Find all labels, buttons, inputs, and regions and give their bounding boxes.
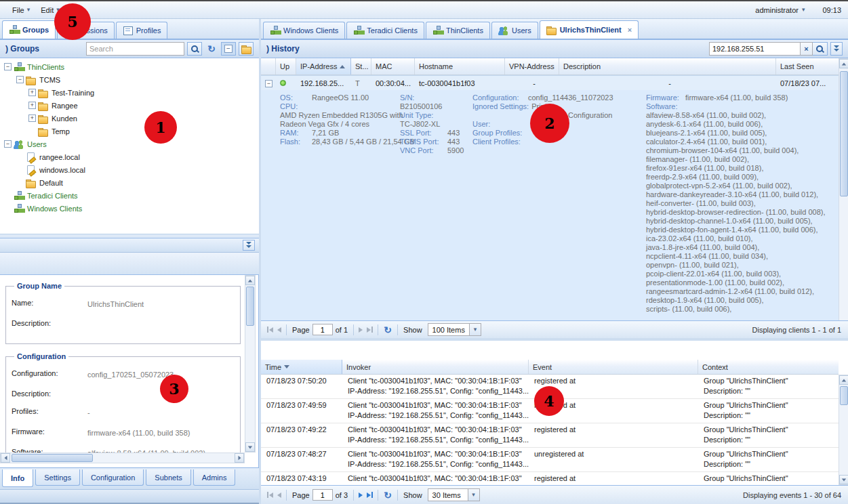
items-per-page-select[interactable]: 100 Items ▾ bbox=[428, 323, 481, 336]
main-tab[interactable]: Teradici Clients × bbox=[346, 22, 424, 39]
scroll-down-button[interactable] bbox=[839, 475, 848, 484]
main-tab[interactable]: UlrichsThinClient × bbox=[540, 20, 639, 39]
pager-refresh-button[interactable]: ↻ bbox=[381, 488, 395, 502]
scrollbar-thumb[interactable] bbox=[840, 71, 848, 196]
tree-expander-icon[interactable] bbox=[16, 166, 24, 173]
scroll-up-button[interactable] bbox=[245, 276, 255, 285]
left-tab[interactable]: Groups bbox=[2, 20, 56, 39]
details-tab[interactable]: Subnets bbox=[146, 469, 190, 486]
last-page-button[interactable] bbox=[365, 492, 375, 498]
history-row[interactable]: 07/18/23 07:49:22 Client "tc-0030041b1f0… bbox=[261, 423, 839, 448]
annotation-circle-4: 4 bbox=[534, 386, 564, 416]
scroll-up-button[interactable] bbox=[839, 59, 848, 68]
scrollbar-thumb[interactable] bbox=[246, 287, 254, 326]
history-row[interactable]: 07/18/23 07:48:27 Client "tc-0030041b1f0… bbox=[261, 448, 839, 472]
prev-page-button[interactable] bbox=[275, 492, 283, 498]
tree-expander-icon[interactable] bbox=[28, 89, 36, 96]
column-invoker[interactable]: Invoker bbox=[342, 360, 529, 374]
column-hostname[interactable]: Hostname bbox=[415, 58, 505, 75]
pager-refresh-button[interactable]: ↻ bbox=[381, 323, 395, 337]
next-page-button[interactable] bbox=[357, 492, 365, 498]
tree-item[interactable]: Default bbox=[0, 176, 259, 189]
clients-vertical-scrollbar[interactable] bbox=[839, 58, 848, 338]
column-event[interactable]: Event bbox=[529, 360, 698, 374]
tree-expander-icon[interactable] bbox=[16, 76, 24, 83]
details-tab[interactable]: Info bbox=[2, 469, 33, 487]
column-up[interactable]: Up bbox=[276, 58, 296, 75]
column-status[interactable]: St... bbox=[351, 58, 371, 75]
main-tab[interactable]: ThinClients × bbox=[426, 22, 490, 39]
tree-item[interactable]: Kunden bbox=[0, 112, 259, 125]
tree-expander-icon[interactable] bbox=[16, 153, 24, 161]
combo-dropdown-button[interactable]: ▾ bbox=[469, 324, 481, 335]
column-mac[interactable]: MAC bbox=[371, 58, 415, 75]
tree-item[interactable]: windows.local bbox=[0, 163, 259, 176]
groups-search-button[interactable] bbox=[187, 42, 202, 56]
next-page-button[interactable] bbox=[357, 327, 365, 333]
details-tab[interactable]: Admins bbox=[193, 469, 236, 486]
details-tab[interactable]: Settings bbox=[35, 469, 80, 486]
first-page-button[interactable] bbox=[265, 492, 275, 498]
last-page-button[interactable] bbox=[365, 327, 375, 333]
scrollbar-thumb[interactable] bbox=[840, 386, 848, 405]
history-filter-expand-button[interactable] bbox=[830, 42, 843, 56]
history-search-button[interactable] bbox=[813, 42, 828, 56]
tree-expander-icon[interactable] bbox=[4, 205, 12, 212]
clear-search-button[interactable]: × bbox=[801, 42, 813, 56]
column-time[interactable]: Time bbox=[261, 360, 342, 374]
detail-line: RAM:7,21 GB bbox=[280, 129, 416, 138]
first-page-button[interactable] bbox=[265, 327, 275, 333]
tree-item[interactable]: Teradici Clients bbox=[0, 189, 259, 202]
prev-page-button[interactable] bbox=[275, 327, 283, 333]
tree-item[interactable]: TCMS bbox=[0, 73, 259, 86]
tree-item[interactable]: Rangee bbox=[0, 99, 259, 112]
row-expander-icon[interactable]: − bbox=[261, 79, 276, 87]
close-icon[interactable]: × bbox=[628, 26, 632, 34]
main-tab[interactable]: Windows Clients × bbox=[263, 22, 345, 39]
scroll-left-button[interactable] bbox=[1, 453, 10, 463]
tree-expander-icon[interactable] bbox=[4, 192, 12, 199]
user-menu[interactable]: administrator▾ bbox=[750, 4, 810, 16]
tree-expander-icon[interactable] bbox=[28, 127, 36, 135]
items-per-page-select[interactable]: 30 Items ▾ bbox=[428, 488, 480, 501]
column-vpn-address[interactable]: VPN-Address bbox=[505, 58, 559, 75]
tree-item[interactable]: rangee.local bbox=[0, 150, 259, 163]
tree-item[interactable]: Test-Training bbox=[0, 86, 259, 99]
menu-file[interactable]: File▾ bbox=[7, 4, 35, 16]
tree-item[interactable]: ThinClients bbox=[0, 60, 259, 73]
collapse-panel-button[interactable] bbox=[243, 240, 255, 251]
page-number-input[interactable] bbox=[312, 489, 333, 501]
groups-refresh-button[interactable]: ↻ bbox=[205, 42, 218, 56]
history-vertical-scrollbar[interactable] bbox=[839, 375, 848, 485]
tree-expander-icon[interactable] bbox=[4, 140, 12, 148]
tree-expander-icon[interactable] bbox=[28, 114, 36, 122]
scroll-right-button[interactable] bbox=[235, 453, 244, 463]
history-search-input[interactable] bbox=[709, 42, 801, 56]
history-row[interactable]: 07/18/23 07:43:19 Client "tc-0030041b1f0… bbox=[261, 472, 839, 485]
tree-item[interactable]: Temp bbox=[0, 125, 259, 138]
tree-item[interactable]: Users bbox=[0, 138, 259, 150]
scroll-down-button[interactable] bbox=[245, 442, 255, 452]
tree-item-icon bbox=[26, 165, 36, 175]
tree-item[interactable]: Windows Clients bbox=[0, 202, 259, 215]
left-tab[interactable]: Profiles bbox=[116, 22, 168, 39]
column-description[interactable]: Description bbox=[559, 58, 776, 75]
details-horizontal-scrollbar[interactable] bbox=[0, 453, 245, 463]
tree-expander-icon[interactable] bbox=[4, 63, 12, 70]
column-ip-address[interactable]: IP-Address bbox=[296, 58, 351, 75]
column-last-seen[interactable]: Last Seen bbox=[776, 58, 839, 75]
main-tab[interactable]: Users × bbox=[491, 22, 538, 39]
scrollbar-thumb[interactable] bbox=[12, 454, 93, 462]
client-row[interactable]: − 192.168.25... T 00:30:04... tc-0030041… bbox=[261, 75, 839, 90]
groups-search-input[interactable] bbox=[86, 42, 184, 56]
scroll-up-button[interactable] bbox=[839, 375, 848, 385]
tree-expander-icon[interactable] bbox=[16, 179, 24, 186]
details-vertical-scrollbar[interactable] bbox=[245, 275, 256, 453]
page-number-input[interactable] bbox=[312, 324, 333, 335]
combo-dropdown-button[interactable]: ▾ bbox=[468, 489, 479, 501]
details-tab[interactable]: Configuration bbox=[82, 469, 144, 486]
tree-expander-icon[interactable] bbox=[28, 102, 36, 109]
groups-folder-view-button[interactable] bbox=[239, 42, 254, 56]
groups-collapse-all-button[interactable]: − bbox=[221, 42, 236, 56]
column-context[interactable]: Context bbox=[698, 360, 839, 374]
